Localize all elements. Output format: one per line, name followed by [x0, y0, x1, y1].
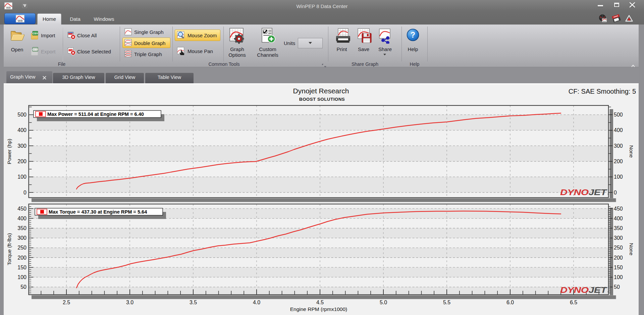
svg-text:150: 150: [17, 265, 26, 270]
svg-text:2.5: 2.5: [63, 300, 70, 305]
svg-text:CF: SAE Smoothing: 5: CF: SAE Smoothing: 5: [569, 88, 636, 95]
svg-text:DYNOJET: DYNOJET: [560, 188, 607, 197]
svg-text:200: 200: [614, 255, 623, 261]
svg-text:Dynojet Research: Dynojet Research: [293, 87, 349, 95]
svg-text:Power (hp): Power (hp): [6, 139, 12, 164]
svg-text:None: None: [629, 145, 634, 158]
svg-text:5.5: 5.5: [443, 300, 450, 305]
svg-text:400: 400: [614, 216, 623, 221]
svg-text:CSV: CSV: [33, 48, 38, 51]
svg-text:200: 200: [17, 159, 26, 164]
svg-text:200: 200: [17, 255, 26, 261]
svg-text:450: 450: [17, 206, 26, 212]
svg-text:500: 500: [17, 112, 26, 118]
svg-text:250: 250: [614, 245, 623, 251]
svg-text:400: 400: [614, 127, 623, 133]
svg-text:4.5: 4.5: [316, 300, 324, 305]
svg-text:400: 400: [17, 127, 26, 133]
svg-text:?: ?: [411, 31, 415, 39]
svg-text:0: 0: [23, 190, 26, 195]
svg-text:4.0: 4.0: [253, 300, 260, 305]
svg-text:300: 300: [614, 235, 623, 241]
svg-text:DYNOJET: DYNOJET: [560, 286, 607, 295]
svg-text:300: 300: [17, 143, 26, 149]
svg-text:250: 250: [17, 245, 26, 251]
svg-text:400: 400: [17, 216, 26, 221]
svg-text:Torque (ft-lbs): Torque (ft-lbs): [6, 233, 12, 265]
svg-text:450: 450: [614, 206, 623, 212]
svg-text:350: 350: [614, 225, 623, 231]
svg-text:Max Torque = 437.30 at Engine: Max Torque = 437.30 at Engine RPM = 5.64: [49, 209, 147, 215]
svg-text:6.5: 6.5: [570, 300, 577, 305]
svg-text:None: None: [629, 243, 634, 255]
svg-text:W8: W8: [6, 6, 11, 9]
svg-text:200: 200: [614, 159, 623, 164]
svg-text:5.0: 5.0: [380, 300, 387, 305]
svg-text:100: 100: [614, 174, 623, 180]
svg-text:300: 300: [17, 235, 26, 241]
svg-text:CSV: CSV: [33, 32, 38, 35]
svg-text:50: 50: [20, 284, 26, 290]
svg-text:6.0: 6.0: [506, 300, 514, 305]
svg-text:3.0: 3.0: [126, 300, 133, 305]
svg-text:50: 50: [614, 284, 620, 290]
svg-text:Max Power = 511.04 at Engine R: Max Power = 511.04 at Engine RPM = 6.40: [47, 111, 144, 117]
svg-text:350: 350: [17, 225, 26, 231]
svg-text:100: 100: [17, 174, 26, 180]
svg-text:Engine RPM (rpmx1000): Engine RPM (rpmx1000): [290, 306, 347, 312]
svg-text:3.5: 3.5: [190, 300, 197, 305]
svg-text:300: 300: [614, 143, 623, 149]
svg-text:BOOST SOLUTIONS: BOOST SOLUTIONS: [299, 97, 345, 102]
svg-text:150: 150: [614, 265, 623, 270]
svg-text:500: 500: [614, 112, 623, 118]
svg-text:0: 0: [614, 190, 617, 195]
svg-text:100: 100: [17, 274, 26, 280]
svg-text:W8: W8: [18, 19, 23, 22]
svg-text:100: 100: [614, 274, 623, 280]
